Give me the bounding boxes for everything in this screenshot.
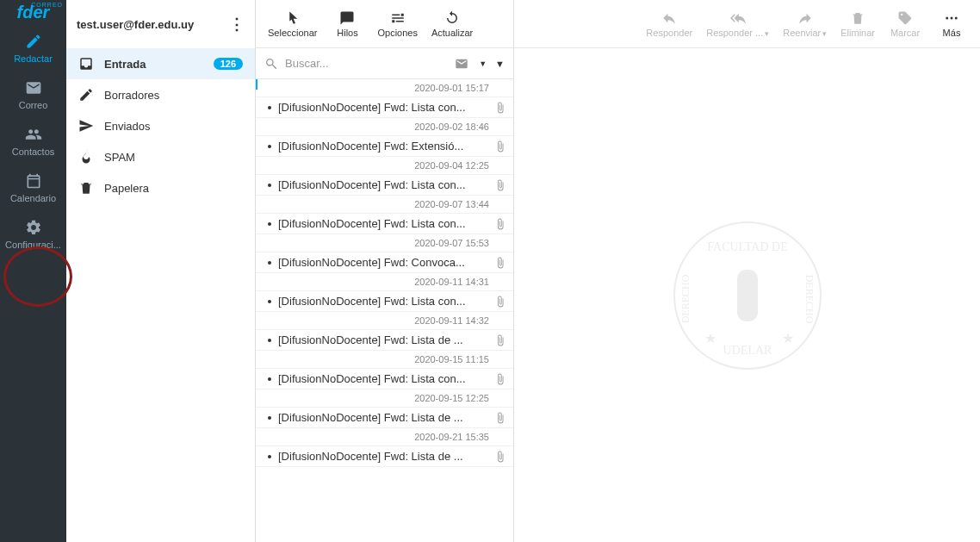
gear-icon <box>25 219 42 236</box>
sliders-icon <box>390 10 406 26</box>
message-row[interactable]: [DifusionNoDocente] Fwd: Lista de ... <box>256 446 513 467</box>
folder-inbox[interactable]: Entrada 126 <box>66 48 255 79</box>
attachment-icon <box>494 102 506 114</box>
message-row[interactable]: [DifusionNoDocente] Fwd: Lista con... <box>256 369 513 389</box>
unread-dot <box>268 339 271 342</box>
pencil-icon <box>78 87 94 103</box>
message-row[interactable]: [DifusionNoDocente] Fwd: Lista de ... <box>256 408 513 428</box>
nav-calendar[interactable]: Calendario <box>0 164 66 210</box>
message-row[interactable]: [DifusionNoDocente] Fwd: Extensió... <box>256 136 513 157</box>
calendar-icon <box>25 172 42 190</box>
chevron-down-icon[interactable]: ▼ <box>479 59 487 68</box>
delete-button[interactable]: Eliminar <box>834 7 882 41</box>
message-subject: [DifusionNoDocente] Fwd: Lista con... <box>278 178 489 191</box>
reply-all-button[interactable]: Responder ...▾ <box>699 7 776 41</box>
message-date: 2020-09-02 18:46 <box>256 118 513 136</box>
fire-icon <box>78 149 94 165</box>
unread-dot <box>268 145 271 148</box>
logo-tag: CORREO <box>31 2 63 8</box>
message-subject: [DifusionNoDocente] Fwd: Extensió... <box>278 140 489 153</box>
attachment-icon <box>494 334 506 346</box>
trash-icon <box>78 180 94 196</box>
message-row[interactable]: [DifusionNoDocente] Fwd: Lista con... <box>256 291 513 312</box>
messages-toolbar: Seleccionar Hilos Opciones Actualizar <box>256 0 513 48</box>
options-button[interactable]: Opciones <box>370 7 424 41</box>
messages-panel: Seleccionar Hilos Opciones Actualizar ▼ … <box>256 0 514 542</box>
message-list[interactable]: 2020-09-01 15:17[DifusionNoDocente] Fwd:… <box>256 79 513 542</box>
reply-button[interactable]: Responder <box>639 7 699 41</box>
tb-label: Responder <box>646 28 692 38</box>
threads-button[interactable]: Hilos <box>324 7 370 41</box>
nav-settings[interactable]: Configuraci... <box>0 210 66 257</box>
preview-toolbar: Responder Responder ...▾ Reenviar▾ Elimi… <box>514 0 980 48</box>
unread-dot <box>268 184 271 187</box>
select-button[interactable]: Seleccionar <box>261 7 324 41</box>
message-date: 2020-09-07 15:53 <box>256 234 513 252</box>
svg-text:★: ★ <box>782 331 794 346</box>
reply-icon <box>661 10 677 26</box>
mark-button[interactable]: Marcar <box>882 7 928 41</box>
message-row[interactable]: [DifusionNoDocente] Fwd: Lista con... <box>256 175 513 196</box>
nav-label: Configuraci... <box>5 240 61 250</box>
tb-label: Más <box>943 28 961 38</box>
message-date: 2020-09-04 12:25 <box>256 157 513 175</box>
threads-icon <box>339 10 355 26</box>
more-icon <box>944 10 959 26</box>
tag-icon <box>897 10 913 26</box>
folder-drafts[interactable]: Borradores <box>66 79 255 110</box>
svg-text:DERECHO: DERECHO <box>803 274 816 323</box>
unread-dot <box>268 106 271 109</box>
folders-panel: test.user@fder.edu.uy ⋮ Entrada 126 Borr… <box>66 0 256 542</box>
folder-spam[interactable]: SPAM <box>66 141 255 172</box>
attachment-icon <box>494 296 506 308</box>
more-button[interactable]: Más <box>928 7 975 41</box>
folder-trash[interactable]: Papelera <box>66 172 255 203</box>
folder-list: Entrada 126 Borradores Enviados SPAM Pap… <box>66 48 255 542</box>
nav-label: Contactos <box>12 146 55 157</box>
envelope-icon[interactable] <box>455 57 468 71</box>
message-row[interactable]: [DifusionNoDocente] Fwd: Convoca... <box>256 252 513 273</box>
attachment-icon <box>494 179 506 191</box>
message-subject: [DifusionNoDocente] Fwd: Lista con... <box>278 217 489 230</box>
nav-label: Correo <box>19 100 48 110</box>
nav-mail[interactable]: Correo <box>0 71 66 117</box>
message-subject: [DifusionNoDocente] Fwd: Lista con... <box>278 295 489 308</box>
folder-count-badge: 126 <box>214 58 243 70</box>
attachment-icon <box>494 140 506 153</box>
tb-label: Marcar <box>890 28 920 38</box>
message-subject: [DifusionNoDocente] Fwd: Convoca... <box>278 256 489 269</box>
chevron-down-icon[interactable]: ▼ <box>495 59 505 69</box>
attachment-icon <box>494 412 506 424</box>
cursor-icon <box>285 10 301 26</box>
search-input[interactable] <box>285 57 455 70</box>
forward-button[interactable]: Reenviar▾ <box>776 7 834 41</box>
unread-dot <box>268 222 271 226</box>
tb-label: Actualizar <box>431 28 473 38</box>
refresh-icon <box>444 10 460 26</box>
watermark-logo: FACULTAD DE UDELAR DERECHO DERECHO ★ ★ <box>661 209 834 382</box>
unread-dot <box>268 300 271 303</box>
message-subject: [DifusionNoDocente] Fwd: Lista con... <box>278 372 489 385</box>
user-header: test.user@fder.edu.uy ⋮ <box>66 0 255 48</box>
svg-text:FACULTAD DE: FACULTAD DE <box>707 240 787 253</box>
compose-icon <box>25 33 42 50</box>
tb-label: Seleccionar <box>268 28 317 38</box>
nav-label: Redactar <box>14 53 53 64</box>
folder-label: Borradores <box>104 89 159 102</box>
message-row[interactable]: [DifusionNoDocente] Fwd: Lista con... <box>256 97 513 118</box>
folder-sent[interactable]: Enviados <box>66 110 255 141</box>
message-date: 2020-09-21 15:35 <box>256 428 513 446</box>
message-row[interactable]: [DifusionNoDocente] Fwd: Lista con... <box>256 214 513 234</box>
user-menu-button[interactable]: ⋮ <box>229 15 245 34</box>
folder-label: Entrada <box>104 58 146 71</box>
refresh-button[interactable]: Actualizar <box>425 7 480 41</box>
svg-rect-8 <box>737 270 758 321</box>
tb-label: Opciones <box>377 28 417 38</box>
svg-text:UDELAR: UDELAR <box>723 344 772 357</box>
nav-contacts[interactable]: Contactos <box>0 117 66 164</box>
message-row[interactable]: [DifusionNoDocente] Fwd: Lista de ... <box>256 330 513 351</box>
message-date: 2020-09-15 11:15 <box>256 351 513 369</box>
tb-label: Eliminar <box>840 28 875 38</box>
forward-icon <box>797 10 813 26</box>
nav-compose[interactable]: Redactar <box>0 24 66 71</box>
